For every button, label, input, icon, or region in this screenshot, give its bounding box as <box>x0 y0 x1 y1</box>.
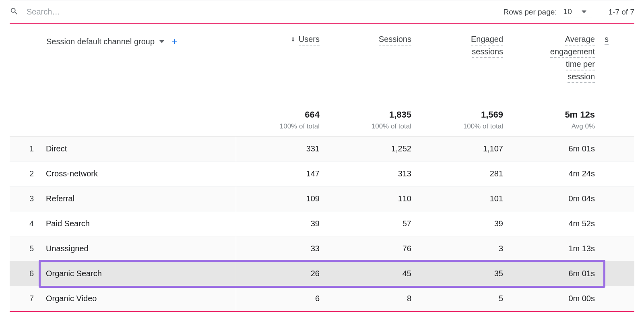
total-avg: 5m 12s <box>512 110 595 120</box>
arrow-down-icon <box>290 36 296 44</box>
row-users: 331 <box>236 137 328 161</box>
row-index: 2 <box>10 161 41 186</box>
row-index: 4 <box>10 211 41 236</box>
column-header-engaged-sessions[interactable]: Engaged sessions <box>419 24 511 89</box>
row-sessions: 45 <box>328 261 419 286</box>
dimension-picker[interactable]: Session default channel group <box>46 37 155 46</box>
row-channel[interactable]: Organic Video <box>41 286 236 311</box>
table-row[interactable]: 2Cross-network1473132814m 24s <box>10 161 634 186</box>
row-avg: 4m 24s <box>511 161 603 186</box>
row-sessions: 1,252 <box>328 137 419 161</box>
chevron-down-icon <box>582 10 586 13</box>
row-engaged: 5 <box>419 286 511 311</box>
rows-per-page-select[interactable]: 10 <box>563 6 592 17</box>
total-users: 664 <box>237 110 320 120</box>
total-users-sub: 100% of total <box>237 122 320 130</box>
column-header-sessions[interactable]: Sessions <box>328 24 419 89</box>
column-header-truncated[interactable]: s <box>603 24 634 89</box>
table-row[interactable]: 3Referral1091101010m 04s <box>10 186 634 211</box>
total-engaged-sub: 100% of total <box>420 122 503 130</box>
row-index: 1 <box>10 137 41 161</box>
row-users: 6 <box>236 286 328 311</box>
totals-row: 664 100% of total 1,835 100% of total 1,… <box>10 89 634 137</box>
chevron-down-icon <box>159 40 164 43</box>
row-channel[interactable]: Direct <box>41 137 236 161</box>
row-engaged: 101 <box>419 186 511 211</box>
table-row[interactable]: 6Organic Search2645356m 01s <box>10 261 634 286</box>
row-engaged: 35 <box>419 261 511 286</box>
search-input[interactable] <box>26 7 187 17</box>
row-sessions: 313 <box>328 161 419 186</box>
row-users: 26 <box>236 261 328 286</box>
row-avg: 6m 01s <box>511 137 603 161</box>
row-channel[interactable]: Cross-network <box>41 161 236 186</box>
row-avg: 6m 01s <box>511 261 603 286</box>
search-icon <box>10 7 19 17</box>
report-table: Session default channel group + Users Se… <box>10 24 634 311</box>
row-engaged: 3 <box>419 236 511 261</box>
table-row[interactable]: 1Direct3311,2521,1076m 01s <box>10 137 634 161</box>
total-avg-sub: Avg 0% <box>512 122 595 130</box>
column-header-users[interactable]: Users <box>236 24 328 89</box>
row-users: 109 <box>236 186 328 211</box>
row-avg: 4m 52s <box>511 211 603 236</box>
row-engaged: 1,107 <box>419 137 511 161</box>
row-sessions: 110 <box>328 186 419 211</box>
total-sessions: 1,835 <box>328 110 411 120</box>
row-index: 3 <box>10 186 41 211</box>
total-sessions-sub: 100% of total <box>328 122 411 130</box>
table-bottom-divider <box>10 311 634 312</box>
row-avg: 0m 04s <box>511 186 603 211</box>
add-dimension-button[interactable]: + <box>169 35 180 48</box>
table-toolbar: Rows per page: 10 1-7 of 7 <box>10 0 634 24</box>
row-avg: 0m 00s <box>511 286 603 311</box>
row-engaged: 39 <box>419 211 511 236</box>
row-sessions: 76 <box>328 236 419 261</box>
row-index: 5 <box>10 236 41 261</box>
row-users: 33 <box>236 236 328 261</box>
pagination-range: 1-7 of 7 <box>609 8 634 17</box>
row-channel[interactable]: Referral <box>41 186 236 211</box>
row-users: 39 <box>236 211 328 236</box>
row-channel[interactable]: Organic Search <box>41 261 236 286</box>
rows-per-page-value: 10 <box>564 7 572 16</box>
row-index: 6 <box>10 261 41 286</box>
table-row[interactable]: 7Organic Video6850m 00s <box>10 286 634 311</box>
row-index: 7 <box>10 286 41 311</box>
row-users: 147 <box>236 161 328 186</box>
rows-per-page-label: Rows per page: <box>503 8 557 17</box>
row-engaged: 281 <box>419 161 511 186</box>
table-row[interactable]: 4Paid Search3957394m 52s <box>10 211 634 236</box>
total-engaged: 1,569 <box>420 110 503 120</box>
row-sessions: 57 <box>328 211 419 236</box>
row-channel[interactable]: Unassigned <box>41 236 236 261</box>
row-sessions: 8 <box>328 286 419 311</box>
table-row[interactable]: 5Unassigned337631m 13s <box>10 236 634 261</box>
row-channel[interactable]: Paid Search <box>41 211 236 236</box>
row-avg: 1m 13s <box>511 236 603 261</box>
column-header-avg-engagement[interactable]: Average engagement time per session <box>511 24 603 89</box>
